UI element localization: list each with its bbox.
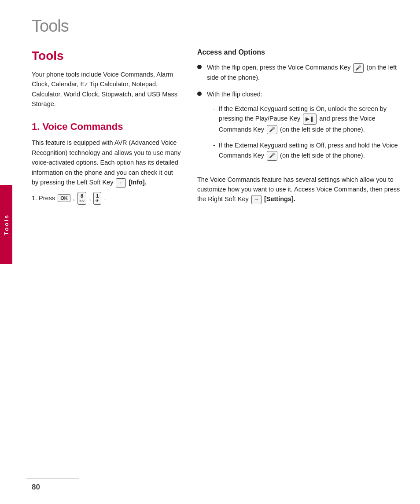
sub-dash-1: -: [213, 104, 215, 114]
bullet2-content: With the flip closed: - If the External …: [207, 89, 402, 166]
tools-heading: Tools: [32, 48, 181, 63]
content-area: Tools Your phone tools include Voice Com…: [32, 48, 402, 469]
bullet-item-2: With the flip closed: - If the External …: [197, 89, 402, 166]
right-column: Access and Options With the flip open, p…: [197, 48, 402, 469]
mic-key-icon-3: 🎤: [267, 151, 277, 160]
sub1-text: If the External Keyguard setting is On, …: [219, 104, 402, 135]
sidebar-tab-label: Tools: [3, 214, 10, 235]
tools-intro: Your phone tools include Voice Commands,…: [32, 70, 181, 109]
bullet-item-1: With the flip open, press the Voice Comm…: [197, 63, 402, 82]
mic-key-icon-2: 🎤: [267, 125, 277, 134]
play-pause-icon: ▶❚: [303, 114, 317, 125]
right-soft-key-icon: →: [251, 195, 262, 204]
sidebar-tab: Tools: [0, 185, 12, 264]
num1-key-icon: 1 👁: [93, 192, 101, 205]
bullet-list: With the flip open, press the Voice Comm…: [197, 63, 402, 167]
bullet-dot-2: [197, 92, 202, 96]
page-number-line: [26, 478, 79, 478]
sub2-text: If the External Keyguard setting is Off,…: [219, 140, 402, 160]
page-title: Tools: [32, 17, 69, 36]
voice-commands-body: This feature is equipped with AVR (Advan…: [32, 138, 181, 188]
period: .: [104, 195, 106, 202]
sub-bullet-list: - If the External Keyguard setting is On…: [207, 104, 402, 161]
num8-key-icon: 8 tuv: [77, 192, 87, 205]
left-soft-key-icon: ←: [116, 178, 126, 188]
sub-dash-2: -: [213, 140, 215, 150]
voice-commands-heading: 1. Voice Commands: [32, 121, 181, 132]
mic-key-icon-1: 🎤: [353, 63, 364, 73]
left-column: Tools Your phone tools include Voice Com…: [32, 48, 181, 469]
access-options-heading: Access and Options: [197, 48, 402, 56]
closing-text: The Voice Commands feature has several s…: [197, 175, 402, 205]
bullet-dot-1: [197, 65, 202, 69]
sub-bullet-item-1: - If the External Keyguard setting is On…: [207, 104, 402, 135]
info-label: [Info].: [129, 179, 146, 186]
ok-key-icon: OK: [58, 194, 70, 202]
comma-2: ,: [89, 195, 91, 202]
settings-label: [Settings].: [264, 195, 295, 202]
page-number: 80: [32, 483, 40, 492]
press-label: 1. Press: [32, 195, 55, 202]
sub-bullet-item-2: - If the External Keyguard setting is Of…: [207, 140, 402, 160]
bullet1-text: With the flip open, press the Voice Comm…: [207, 63, 402, 82]
press-row: 1. Press OK , 8 tuv , 1 👁 .: [32, 192, 181, 205]
comma-1: ,: [73, 195, 75, 202]
